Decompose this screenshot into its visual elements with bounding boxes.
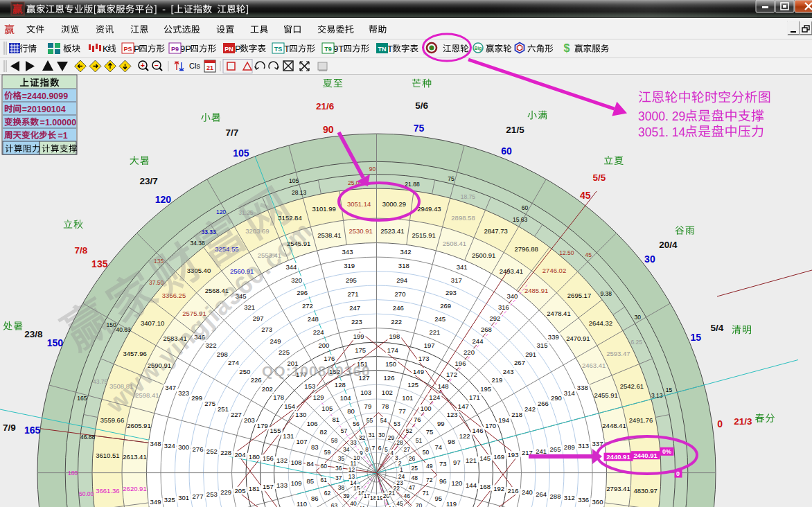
svg-text:21.88: 21.88 bbox=[405, 181, 420, 188]
svg-text:168: 168 bbox=[479, 483, 491, 490]
svg-text:30: 30 bbox=[634, 314, 641, 321]
svg-text:60: 60 bbox=[522, 204, 529, 211]
svg-text:294: 294 bbox=[396, 276, 407, 284]
svg-text:6.25: 6.25 bbox=[630, 339, 642, 346]
svg-text:267: 267 bbox=[514, 359, 525, 366]
svg-text:272: 272 bbox=[302, 302, 313, 310]
svg-text:80: 80 bbox=[347, 407, 355, 415]
svg-text:244: 244 bbox=[473, 337, 484, 345]
svg-text:165: 165 bbox=[24, 425, 41, 436]
svg-text:82: 82 bbox=[320, 428, 328, 436]
svg-text:150: 150 bbox=[385, 360, 396, 368]
svg-text:47: 47 bbox=[409, 484, 416, 491]
svg-text:4: 4 bbox=[390, 450, 394, 456]
svg-text:292: 292 bbox=[489, 314, 500, 322]
svg-text:36: 36 bbox=[335, 465, 342, 472]
svg-text:318: 318 bbox=[398, 262, 409, 269]
svg-text:173: 173 bbox=[418, 355, 430, 362]
svg-text:40.63: 40.63 bbox=[116, 326, 131, 333]
svg-text:32: 32 bbox=[359, 434, 366, 441]
svg-text:2: 2 bbox=[398, 460, 402, 467]
svg-text:3407.10: 3407.10 bbox=[141, 319, 164, 327]
svg-text:P: P bbox=[235, 44, 241, 54]
svg-text:3: 3 bbox=[395, 454, 398, 461]
svg-text:347: 347 bbox=[165, 384, 176, 391]
svg-text:2485.91: 2485.91 bbox=[524, 287, 548, 294]
svg-text:62: 62 bbox=[324, 490, 331, 497]
svg-text:226: 226 bbox=[251, 376, 262, 384]
svg-text:2644.32: 2644.32 bbox=[589, 319, 612, 327]
svg-text:241: 241 bbox=[536, 447, 547, 455]
svg-text:205: 205 bbox=[235, 487, 246, 495]
svg-text:26: 26 bbox=[409, 455, 416, 462]
svg-text:128: 128 bbox=[335, 381, 346, 389]
svg-text:322: 322 bbox=[206, 341, 217, 349]
svg-text:2542.61: 2542.61 bbox=[620, 382, 644, 390]
svg-text:296: 296 bbox=[297, 289, 308, 296]
svg-text:23: 23 bbox=[396, 479, 403, 486]
svg-text:175: 175 bbox=[355, 346, 366, 354]
svg-text:171: 171 bbox=[469, 393, 480, 401]
svg-text:341: 341 bbox=[457, 263, 468, 271]
svg-text:K: K bbox=[103, 44, 109, 54]
svg-text:−: − bbox=[155, 62, 159, 69]
svg-text:2463.41: 2463.41 bbox=[582, 362, 606, 369]
svg-text:52: 52 bbox=[406, 427, 413, 434]
svg-text:46.88: 46.88 bbox=[80, 434, 96, 441]
svg-text:348: 348 bbox=[150, 440, 161, 447]
svg-text:104: 104 bbox=[340, 394, 351, 402]
svg-text:295: 295 bbox=[346, 276, 357, 284]
svg-text:178: 178 bbox=[273, 393, 284, 401]
svg-text:245: 245 bbox=[434, 315, 445, 323]
svg-text:12.50: 12.50 bbox=[559, 249, 574, 256]
svg-text:30: 30 bbox=[644, 254, 655, 265]
svg-text:169: 169 bbox=[493, 453, 504, 461]
svg-text:120: 120 bbox=[451, 479, 462, 487]
svg-text:2695.17: 2695.17 bbox=[567, 292, 591, 299]
svg-text:34: 34 bbox=[343, 446, 350, 453]
svg-text:73: 73 bbox=[439, 460, 447, 468]
svg-text:29: 29 bbox=[388, 434, 395, 441]
svg-text:225: 225 bbox=[279, 348, 290, 356]
svg-text:147: 147 bbox=[458, 402, 469, 410]
svg-text:2491.76: 2491.76 bbox=[629, 416, 653, 424]
svg-text:342: 342 bbox=[400, 248, 412, 256]
svg-text:340: 340 bbox=[506, 292, 518, 300]
svg-text:$: $ bbox=[564, 42, 570, 54]
svg-text:QQ:100800360: QQ:100800360 bbox=[262, 363, 371, 379]
svg-text:349: 349 bbox=[150, 498, 161, 506]
svg-text:297: 297 bbox=[253, 314, 264, 322]
svg-text:268: 268 bbox=[481, 326, 492, 333]
svg-text:195: 195 bbox=[480, 385, 491, 393]
svg-text:99: 99 bbox=[437, 420, 445, 427]
svg-text:149: 149 bbox=[413, 368, 424, 375]
svg-text:129: 129 bbox=[313, 393, 324, 401]
svg-text:5: 5 bbox=[385, 446, 388, 453]
svg-text:2605.91: 2605.91 bbox=[127, 422, 150, 429]
svg-text:85: 85 bbox=[306, 477, 314, 485]
svg-text:319: 319 bbox=[344, 262, 355, 269]
svg-text:170: 170 bbox=[485, 422, 496, 429]
svg-text:277: 277 bbox=[193, 492, 204, 500]
svg-text:53: 53 bbox=[394, 420, 400, 427]
svg-text:153: 153 bbox=[304, 382, 315, 390]
svg-text:49: 49 bbox=[426, 463, 433, 470]
svg-text:54: 54 bbox=[380, 417, 387, 424]
svg-text:247: 247 bbox=[349, 304, 360, 312]
svg-text:315: 315 bbox=[537, 341, 548, 349]
svg-text:266: 266 bbox=[538, 400, 549, 407]
svg-text:=20190104: =20190104 bbox=[22, 105, 66, 114]
svg-text:46: 46 bbox=[404, 492, 411, 499]
svg-text:269: 269 bbox=[440, 302, 451, 310]
svg-text:120: 120 bbox=[216, 208, 226, 215]
svg-text:5/5: 5/5 bbox=[593, 172, 606, 183]
svg-text:Cls: Cls bbox=[189, 62, 200, 70]
svg-text:248: 248 bbox=[308, 315, 319, 323]
svg-text:314: 314 bbox=[564, 389, 575, 397]
svg-text:220: 220 bbox=[464, 348, 475, 356]
svg-text:T9: T9 bbox=[324, 46, 332, 53]
svg-text:197: 197 bbox=[424, 341, 435, 349]
svg-text:179: 179 bbox=[257, 422, 268, 429]
svg-text:227: 227 bbox=[231, 411, 242, 418]
svg-text:343: 343 bbox=[342, 248, 353, 256]
